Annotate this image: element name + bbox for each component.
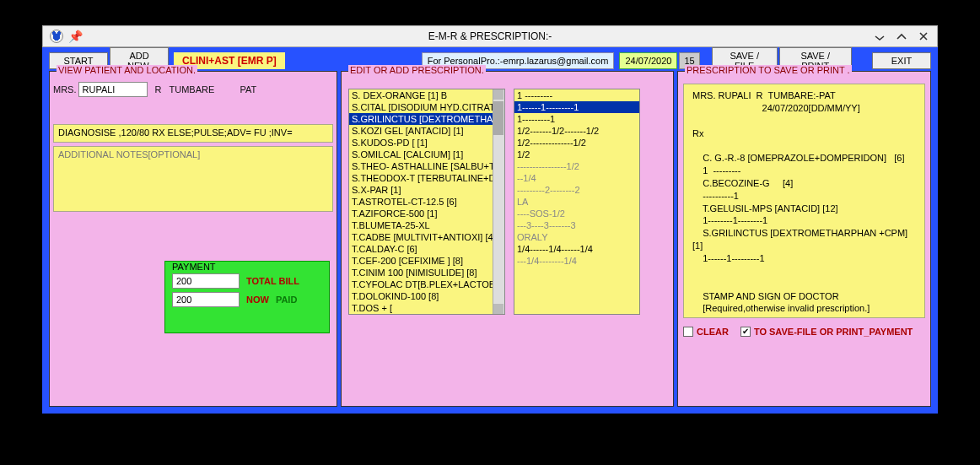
dosage-item[interactable]: 1/2-------1/2-------1/2 [514, 125, 639, 137]
dosage-item[interactable]: LA [514, 196, 639, 208]
prescription-edit-legend: EDIT OR ADD PRESCRIPTION. [348, 65, 486, 75]
medicine-item[interactable]: T.DOLOKIND-100 [8] [349, 290, 504, 302]
medicine-item[interactable]: S.CITAL [DISODIUM HYD.CITRATE ] [349, 101, 504, 113]
medicine-item[interactable]: T.EBAST-20 [ [349, 314, 504, 315]
medicine-item[interactable]: T.CALDAY-C [6] [349, 243, 504, 255]
dosage-item[interactable]: --1/4 [514, 172, 639, 184]
medicine-item[interactable]: T.ASTROTEL-CT-12.5 [6] [349, 196, 504, 208]
medicine-item[interactable]: S.THEO- ASTHALLINE [SALBU+THO [349, 160, 504, 172]
pin-icon[interactable]: 📌 [68, 30, 83, 43]
patient-panel: VIEW PATIENT AND LOCATION. MRS. R TUMBAR… [49, 71, 337, 407]
dosage-item[interactable]: 1/2 [514, 149, 639, 160]
dosage-item[interactable]: 1 --------- [514, 89, 639, 101]
scrollbar[interactable] [493, 89, 504, 314]
dosage-item[interactable]: ---------2--------2 [514, 184, 639, 196]
paid-label: PAID [276, 295, 297, 305]
medicine-item[interactable]: S.OMILCAL [CALCIUM] [1] [349, 149, 504, 160]
maximize-icon[interactable] [895, 30, 908, 43]
medicine-listbox[interactable]: S. DEX-ORANGE [1] BS.CITAL [DISODIUM HYD… [348, 89, 505, 315]
medicine-item[interactable]: S.KOZI GEL [ANTACID] [1] [349, 125, 504, 137]
medicine-item[interactable]: S.GRILINCTUS [DEXTROMETHARPH [349, 113, 504, 125]
clear-label: CLEAR [697, 327, 729, 337]
medicine-item[interactable]: T.BLUMETA-25-XL [349, 219, 504, 231]
dosage-item[interactable]: 1------1---------1 [514, 101, 639, 113]
notes-field[interactable]: ADDITIONAL NOTES[OPTIONAL] [53, 146, 333, 212]
paid-input[interactable] [172, 292, 240, 307]
medicine-item[interactable]: T.CINIM 100 [NIMISULIDE] [8] [349, 267, 504, 278]
location-label: PAT [240, 84, 257, 95]
content-area: START ADD NEW. CLINI+AST [EMR P] For Per… [42, 47, 938, 414]
scroll-thumb[interactable] [493, 101, 503, 135]
output-legend: PRESCRIPTION TO SAVE OR PRINT . [685, 65, 852, 75]
lastname-label: TUMBARE [170, 84, 239, 95]
dosage-item[interactable]: ---3----3-------3 [514, 219, 639, 231]
close-icon[interactable] [917, 30, 930, 43]
total-bill-input[interactable] [172, 273, 240, 289]
prescription-text: MRS. RUPALI R TUMBARE:-PAT 24/07/2020[DD… [683, 84, 925, 318]
firstname-input[interactable] [78, 82, 148, 97]
dosage-item[interactable]: ORALY [514, 231, 639, 243]
prescription-edit-panel: EDIT OR ADD PRESCRIPTION. S. DEX-ORANGE … [341, 71, 674, 407]
total-bill-label: TOTAL BILL [246, 276, 299, 286]
dosage-listbox[interactable]: 1 ---------1------1---------11---------1… [514, 89, 640, 315]
titlebar: 📌 E-M-R & PRESCRIPTION:- [42, 25, 938, 47]
app-icon [50, 30, 63, 43]
midname-label: R [149, 84, 168, 95]
dosage-item[interactable]: ----SOS-1/2 [514, 208, 639, 219]
save-print-label: TO SAVE-FILE OR PRINT_PAYMENT [754, 327, 913, 337]
diagnosis-field[interactable]: DIAGNOSISE ,120/80 RX ELSE;PULSE;ADV= FU… [53, 124, 333, 143]
medicine-item[interactable]: T.AZIFORCE-500 [1] [349, 208, 504, 219]
scroll-down-icon[interactable] [493, 304, 503, 314]
exit-button[interactable]: EXIT [872, 52, 931, 69]
scroll-up-icon[interactable] [493, 89, 503, 100]
window-title: E-M-R & PRESCRIPTION:- [428, 30, 552, 42]
medicine-item[interactable]: T.DOS + [ [349, 302, 504, 314]
medicine-item[interactable]: S. DEX-ORANGE [1] B [349, 89, 504, 101]
medicine-item[interactable]: S.KUDOS-PD [ [1] [349, 137, 504, 149]
prefix-label: MRS. [53, 84, 77, 95]
prescription-output-panel: PRESCRIPTION TO SAVE OR PRINT . MRS. RUP… [677, 71, 931, 407]
dosage-item[interactable]: ----------------1/2 [514, 160, 639, 172]
medicine-item[interactable]: T.CEF-200 [CEFIXIME ] [8] [349, 255, 504, 267]
patient-panel-legend: VIEW PATIENT AND LOCATION. [57, 65, 197, 75]
medicine-item[interactable]: T.CYFOLAC DT[B.PLEX+LACTOBACI [349, 278, 504, 290]
date-field[interactable]: 24/07/2020 [619, 52, 677, 69]
save-print-checkbox[interactable] [740, 327, 751, 337]
dosage-item[interactable]: 1/4------1/4------1/4 [514, 243, 639, 255]
dosage-item[interactable]: ---1/4--------1/4 [514, 255, 639, 267]
payment-legend: PAYMENT [170, 262, 218, 272]
medicine-item[interactable]: T.CADBE [MULTIVIT+ANTIOXI] [4 [349, 231, 504, 243]
payment-panel: PAYMENT TOTAL BILL NOW PAID [164, 261, 330, 333]
app-window: 📌 E-M-R & PRESCRIPTION:- START ADD NEW. … [42, 25, 938, 414]
minimize-icon[interactable] [873, 30, 886, 43]
dosage-item[interactable]: 1/2--------------1/2 [514, 137, 639, 149]
medicine-item[interactable]: S.THEODOX-T [TERBUTALINE+DOX [349, 172, 504, 184]
dosage-item[interactable]: 1---------1 [514, 113, 639, 125]
now-label: NOW [246, 295, 269, 305]
clear-checkbox[interactable] [683, 327, 693, 337]
medicine-item[interactable]: S.X-PAR [1] [349, 184, 504, 196]
